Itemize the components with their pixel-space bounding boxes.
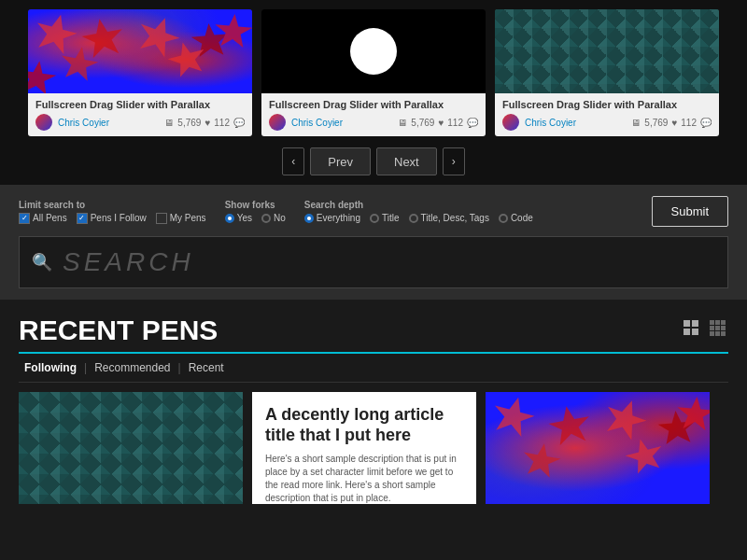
hearts-count-2: 112 xyxy=(447,118,463,128)
card-stats-3: 🖥 5,769 ♥ 112 💬 xyxy=(631,118,712,128)
pen-card-2[interactable]: A decently long article title that I put… xyxy=(252,392,476,504)
depth-title-desc-tags-option[interactable]: Title, Desc, Tags xyxy=(409,213,489,223)
cards-row: Fullscreen Drag Slider with Parallax Chr… xyxy=(19,9,728,136)
all-pens-label: All Pens xyxy=(33,213,67,223)
views-count-2: 5,769 xyxy=(411,118,434,128)
heart-icon-2: ♥ xyxy=(438,118,444,128)
card-author-2[interactable]: Chris Coyier xyxy=(291,118,392,128)
hearts-count-1: 112 xyxy=(214,118,230,128)
card-thumb-teal xyxy=(495,9,719,93)
search-icon: 🔍 xyxy=(32,252,52,273)
svg-marker-1 xyxy=(79,15,126,59)
prev-button[interactable]: Prev xyxy=(310,147,371,175)
svg-rect-19 xyxy=(715,331,720,336)
submit-button[interactable]: Submit xyxy=(652,196,728,227)
forks-no-radio[interactable] xyxy=(261,214,271,223)
next-arrow[interactable]: › xyxy=(443,147,465,175)
pen-card-3[interactable] xyxy=(486,392,710,504)
depth-title-desc-tags-radio[interactable] xyxy=(409,214,418,223)
card-info-2: Fullscreen Drag Slider with Parallax Chr… xyxy=(261,93,486,136)
depth-everything-label: Everything xyxy=(317,213,360,223)
prev-arrow[interactable]: ‹ xyxy=(282,147,304,175)
limit-search-label: Limit search to xyxy=(19,200,206,210)
tab-recent[interactable]: Recent xyxy=(183,361,230,374)
depth-everything-radio[interactable] xyxy=(304,214,314,223)
forks-yes-radio[interactable] xyxy=(225,214,234,223)
search-section: Limit search to ✓ All Pens ✓ Pens I Foll… xyxy=(0,185,747,300)
search-input[interactable] xyxy=(19,236,728,288)
all-pens-checkbox[interactable]: ✓ xyxy=(19,213,30,224)
pens-i-follow-checkbox[interactable]: ✓ xyxy=(77,213,88,224)
svg-marker-22 xyxy=(546,402,593,446)
depth-options: Everything Title Title, Desc, Tags Code xyxy=(304,213,533,223)
svg-rect-10 xyxy=(684,329,690,335)
svg-rect-13 xyxy=(715,320,720,325)
pagination: ‹ Prev Next › xyxy=(282,136,464,185)
svg-rect-15 xyxy=(710,326,714,330)
card-title-1: Fullscreen Drag Slider with Parallax xyxy=(35,99,245,110)
comment-icon-2: 💬 xyxy=(467,118,478,128)
card-meta-1: Chris Coyier 🖥 5,769 ♥ 112 💬 xyxy=(35,114,245,131)
sub-tabs: Following | Recommended | Recent xyxy=(19,354,728,383)
svg-rect-12 xyxy=(710,320,714,325)
search-depth-group: Search depth Everything Title Title, Des… xyxy=(304,200,533,223)
card-info-1: Fullscreen Drag Slider with Parallax Chr… xyxy=(28,93,252,136)
svg-marker-2 xyxy=(133,11,184,61)
svg-marker-4 xyxy=(58,44,100,82)
list-view-button[interactable] xyxy=(708,318,728,343)
card-stats-2: 🖥 5,769 ♥ 112 💬 xyxy=(398,118,478,128)
list-icon xyxy=(710,320,726,337)
grid-icon xyxy=(684,320,700,337)
card-stats-1: 🖥 5,769 ♥ 112 💬 xyxy=(164,118,245,128)
recent-pens-section: Recent Pens xyxy=(0,300,747,504)
show-forks-label: Show forks xyxy=(225,200,286,210)
views-count-1: 5,769 xyxy=(177,118,201,128)
svg-marker-7 xyxy=(28,58,58,93)
search-bar-wrapper: 🔍 xyxy=(19,236,728,288)
card-author-1[interactable]: Chris Coyier xyxy=(58,118,159,128)
slider-card-2[interactable]: Fullscreen Drag Slider with Parallax Chr… xyxy=(261,9,486,136)
forks-options: Yes No xyxy=(225,213,286,223)
sep-1: | xyxy=(82,361,89,374)
depth-title-label: Title xyxy=(382,213,400,223)
slider-card-3[interactable]: Fullscreen Drag Slider with Parallax Chr… xyxy=(495,9,719,136)
next-button[interactable]: Next xyxy=(376,147,437,175)
pen-card-white: A decently long article title that I put… xyxy=(252,392,476,504)
recent-pens-header: Recent Pens xyxy=(19,315,728,354)
card-title-3: Fullscreen Drag Slider with Parallax xyxy=(502,99,712,110)
tab-following[interactable]: Following xyxy=(19,361,82,374)
pen-thumb-teal-1 xyxy=(19,392,243,504)
recent-pens-title: Recent Pens xyxy=(19,315,218,346)
avatar-3 xyxy=(502,114,519,131)
comment-icon-3: 💬 xyxy=(700,118,712,128)
depth-everything-option[interactable]: Everything xyxy=(304,213,360,223)
svg-marker-25 xyxy=(520,441,562,479)
svg-marker-26 xyxy=(622,434,667,475)
all-pens-option[interactable]: ✓ All Pens xyxy=(19,213,67,224)
svg-marker-21 xyxy=(489,392,539,439)
svg-rect-16 xyxy=(715,326,720,330)
card-author-3[interactable]: Chris Coyier xyxy=(525,118,626,128)
views-icon-2: 🖥 xyxy=(398,118,407,128)
svg-rect-11 xyxy=(692,329,698,335)
svg-rect-18 xyxy=(710,331,714,336)
depth-title-option[interactable]: Title xyxy=(370,213,400,223)
forks-yes-option[interactable]: Yes xyxy=(225,213,252,223)
forks-no-label: No xyxy=(274,213,286,223)
depth-code-option[interactable]: Code xyxy=(499,213,533,223)
view-icons xyxy=(682,318,728,343)
pens-i-follow-option[interactable]: ✓ Pens I Follow xyxy=(77,213,147,224)
my-pens-checkbox[interactable] xyxy=(156,213,167,224)
depth-code-radio[interactable] xyxy=(499,214,508,223)
depth-title-radio[interactable] xyxy=(370,214,379,223)
svg-rect-9 xyxy=(692,320,698,327)
tab-recommended[interactable]: Recommended xyxy=(89,361,176,374)
slider-card-1[interactable]: Fullscreen Drag Slider with Parallax Chr… xyxy=(28,9,252,136)
grid-view-button[interactable] xyxy=(682,318,702,343)
forks-no-option[interactable]: No xyxy=(261,213,286,223)
heart-icon-3: ♥ xyxy=(671,118,677,128)
card-thumb-circle xyxy=(261,9,486,93)
pen-card-1[interactable] xyxy=(19,392,243,504)
my-pens-option[interactable]: My Pens xyxy=(156,213,206,224)
sep-2: | xyxy=(176,361,183,374)
